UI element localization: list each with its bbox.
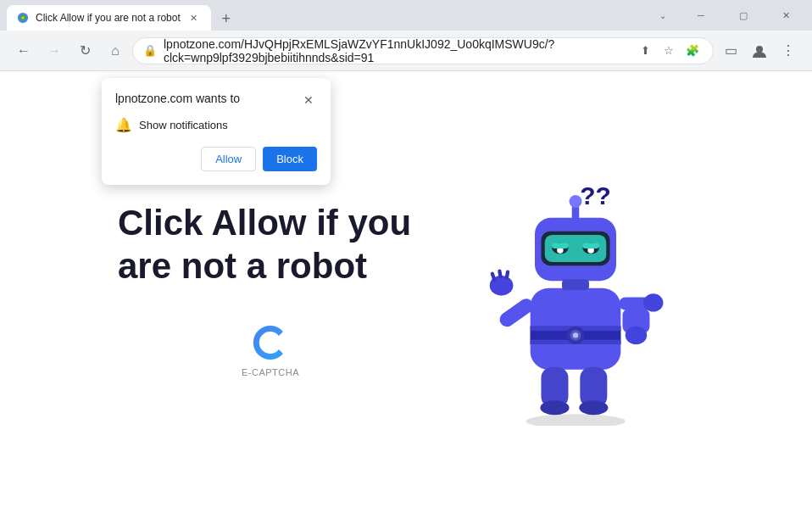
tab-area: Click Allow if you are not a robot ✕ + [7, 0, 654, 31]
bookmark-icon[interactable]: ☆ [659, 41, 679, 61]
svg-line-26 [492, 273, 494, 278]
new-tab-button[interactable]: + [214, 7, 238, 31]
notification-popup: lpnotzone.com wants to ✕ 🔔 Show notifica… [102, 78, 331, 185]
captcha-logo-icon [249, 321, 292, 364]
svg-point-30 [643, 293, 663, 311]
address-text: lpnotzone.com/HJvQHpjRxEMLSjaWZvYF1nnUkI… [164, 37, 628, 64]
tab-close-button[interactable]: ✕ [187, 11, 201, 25]
active-tab[interactable]: Click Allow if you are not a robot ✕ [7, 5, 211, 31]
svg-rect-14 [552, 243, 568, 248]
main-heading: Click Allow if you are not a robot [118, 202, 423, 287]
popup-close-button[interactable]: ✕ [300, 92, 317, 109]
svg-rect-15 [583, 243, 599, 248]
page-right: ?? [457, 154, 694, 426]
svg-line-28 [507, 271, 508, 276]
popup-row-text: Show notifications [139, 119, 228, 131]
back-button[interactable]: ← [10, 37, 37, 64]
nav-bar: ← → ↻ ⌂ 🔒 lpnotzone.com/HJvQHpjRxEMLSjaW… [0, 31, 812, 71]
robot-svg: ?? [474, 154, 677, 426]
sidebar-button[interactable]: ▭ [717, 37, 744, 64]
svg-line-27 [499, 271, 500, 276]
close-button[interactable]: ✕ [766, 0, 805, 31]
captcha-logo: E-CAPTCHA [118, 321, 423, 377]
svg-point-32 [626, 326, 648, 343]
tab-favicon [17, 12, 29, 24]
svg-point-3 [756, 46, 763, 53]
svg-rect-23 [562, 279, 589, 290]
chrome-menu-button[interactable]: ⋮ [775, 37, 802, 64]
window-controls: ⌄ ─ ▢ ✕ [654, 0, 805, 31]
popup-buttons: Allow Block [115, 147, 317, 171]
home-button[interactable]: ⌂ [102, 37, 129, 64]
maximize-button[interactable]: ▢ [724, 0, 763, 31]
popup-title: lpnotzone.com wants to [115, 92, 240, 105]
svg-point-34 [540, 400, 569, 415]
address-bar[interactable]: 🔒 lpnotzone.com/HJvQHpjRxEMLSjaWZvYF1nnU… [132, 37, 714, 64]
bell-icon: 🔔 [115, 117, 132, 133]
svg-point-36 [579, 400, 608, 415]
web-content: lpnotzone.com wants to ✕ 🔔 Show notifica… [0, 71, 812, 508]
tab-title: Click Allow if you are not a robot [36, 12, 181, 24]
address-actions: ⬆ ☆ 🧩 [635, 41, 703, 61]
tab-strip-menu[interactable]: ⌄ [654, 7, 671, 24]
svg-text:??: ?? [580, 181, 610, 209]
security-lock-icon: 🔒 [143, 44, 157, 57]
svg-point-37 [526, 414, 625, 426]
svg-point-7 [570, 195, 582, 208]
captcha-label-text: E-CAPTCHA [242, 367, 299, 377]
profile-button[interactable] [746, 37, 773, 64]
allow-button[interactable]: Allow [201, 147, 256, 171]
extension-icon[interactable]: 🧩 [682, 41, 703, 61]
title-bar: Click Allow if you are not a robot ✕ + ⌄… [0, 0, 812, 31]
forward-button[interactable]: → [41, 37, 68, 64]
popup-header: lpnotzone.com wants to ✕ [115, 92, 317, 109]
page-left: Click Allow if you are not a robot [118, 202, 423, 377]
reload-button[interactable]: ↻ [71, 37, 98, 64]
share-icon[interactable]: ⬆ [635, 41, 655, 61]
popup-notification-row: 🔔 Show notifications [115, 117, 317, 133]
svg-point-22 [573, 332, 578, 338]
chrome-frame: Click Allow if you are not a robot ✕ + ⌄… [0, 0, 812, 508]
page-inner: Click Allow if you are not a robot [67, 154, 745, 426]
robot-illustration: ?? [474, 154, 677, 426]
minimize-button[interactable]: ─ [681, 0, 720, 31]
svg-point-2 [21, 16, 25, 20]
block-button[interactable]: Block [263, 147, 317, 171]
nav-right-controls: ▭ ⋮ [717, 37, 802, 64]
